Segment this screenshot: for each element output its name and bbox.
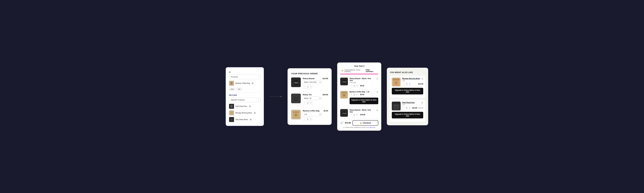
cart-title-text: Your Cart (354, 65, 363, 67)
cart-qty-decrease-3[interactable]: − (351, 114, 352, 116)
also-trash-2[interactable]: 🗑 (421, 102, 423, 104)
arrow-head (281, 96, 282, 97)
chevron-down-icon-3: ▾ (320, 81, 320, 83)
also-like-panel: YOU MIGHT ALSO LIKE Monday Morning Brew … (387, 68, 428, 125)
svg-rect-14 (231, 119, 232, 119)
specific-products-dropdown[interactable]: Specific Products ▾ (229, 98, 260, 102)
progress-bar-fill (340, 74, 378, 74)
trash-icon-2[interactable]: 🗑 (376, 91, 378, 93)
also-dark-header: Dark Roast Duo 🗑 (402, 102, 423, 104)
also-dark-qty: − 1 + (402, 106, 411, 110)
shop-pay-link[interactable]: Shop Pay (369, 127, 375, 128)
svg-rect-21 (293, 111, 299, 113)
cart-qty-increase-1[interactable]: + (356, 85, 358, 87)
also-qty-value-1: 1 (406, 83, 408, 85)
info-icon[interactable]: ℹ (252, 82, 254, 84)
trash-icon-1[interactable]: 🗑 (376, 78, 378, 80)
tee-variant-select[interactable]: Black / XL ▾ (303, 96, 322, 100)
svg-point-30 (344, 95, 344, 96)
tee-name-price-row: Rebuy Tee $29.99 (303, 94, 328, 96)
coffee-qty-decrease[interactable]: − (304, 118, 305, 120)
cart-coffee-info: Mystery Coffee Bag - 1 lb 🗑 − 1 + $5.00 … (350, 91, 378, 106)
also-item-dark: Dark Roast Duo 🗑 1 lb − 1 + $15.00 $20.0… (390, 100, 425, 122)
cart-qty-decrease-1[interactable]: − (351, 85, 352, 87)
also-dark-img (392, 102, 400, 110)
cart-title: Your Cart 3 (340, 65, 378, 67)
beanie-qty-increase[interactable]: + (310, 86, 312, 88)
info-icon-2[interactable]: ℹ (249, 105, 251, 107)
coffee-variant-select[interactable]: 1 lb ▾ (303, 113, 322, 116)
coffee-name: Mystery Coffee Bag (303, 110, 320, 112)
tee-qty-value: 1 (307, 102, 309, 104)
tee-qty-decrease[interactable]: − (304, 102, 305, 104)
order-item-coffee: Mystery Coffee Bag $5.00 1 lb ▾ − 1 + (291, 110, 328, 121)
trash-icon-3[interactable]: 🗑 (376, 109, 378, 111)
party-icon: 🎉 (342, 70, 344, 72)
cart-coffee-qty: − 1 + (350, 93, 359, 96)
svg-rect-28 (341, 92, 347, 93)
cart-beanie-name-2: Rebuy Beanie - Black / OneSize (350, 109, 371, 113)
beanie-variant-select[interactable]: Black / One Size ▾ (303, 80, 322, 84)
chevron-down-icon-4: ▾ (320, 97, 320, 99)
stay-sharp-item: Stay Sharp Brew ℹ (229, 117, 260, 122)
also-qty-decrease-1[interactable]: − (404, 83, 404, 85)
dark-roast-item: Dark Roast Duo ℹ (229, 104, 260, 109)
also-brew-qty-row: − 1 + $10.00 (402, 82, 423, 86)
also-trash-1[interactable]: 🗑 (421, 78, 423, 80)
svg-rect-15 (231, 119, 232, 120)
svg-rect-39 (394, 106, 397, 106)
also-qty-value-2: 1 (406, 107, 408, 109)
lock-icon: 🔒 (360, 122, 362, 124)
beanie-qty-decrease[interactable]: − (304, 86, 305, 88)
info-icon-4[interactable]: ℹ (250, 118, 252, 120)
monday-brew-thumb (229, 110, 234, 116)
order-item-beanie: Rebuy Beanie $19.99 Black / One Size ▾ −… (291, 78, 328, 91)
beanie-qty-control: − 1 + (303, 85, 313, 88)
tee-name: Rebuy Tee (303, 94, 312, 96)
also-brew-img (392, 78, 400, 86)
tee-qty-control: − 1 + (303, 101, 313, 105)
products-dropdown[interactable]: Products ▾ (229, 74, 260, 79)
brew-upgrade-btn[interactable]: Upgrade to Subscription & Save 20% (392, 88, 423, 94)
beanie-name-price-row: Rebuy Beanie $19.99 (303, 78, 328, 80)
tee-qty-increase[interactable]: + (310, 102, 312, 104)
dark-upgrade-btn[interactable]: Upgrade to Subscription & Save 20% (392, 112, 423, 118)
dashed-line (270, 96, 281, 97)
svg-rect-7 (231, 106, 232, 106)
stay-sharp-thumb (229, 117, 234, 122)
cart-beanie-price-2: $19.99 (360, 114, 365, 116)
or-button[interactable]: OR (236, 88, 242, 91)
and-button[interactable]: AND (229, 88, 235, 91)
also-dark-qty-row: − 1 + $15.00 $20.00 (402, 106, 423, 110)
cart-qty-value-3: 1 (353, 114, 355, 116)
cart-qty-decrease-2[interactable]: − (351, 94, 352, 96)
also-dark-info: Dark Roast Duo 🗑 1 lb − 1 + $15.00 $20.0… (402, 102, 423, 110)
beanie-details: Rebuy Beanie $19.99 Black / One Size ▾ −… (303, 78, 328, 88)
shop-pay-text: or 4 interest-free installments of $18.7… (340, 127, 378, 128)
checkout-button[interactable]: 🔒 Checkout (352, 120, 378, 126)
coffee-name-price-row: Mystery Coffee Bag $5.00 (303, 110, 328, 113)
coffee-qty-increase[interactable]: + (310, 118, 312, 120)
cart-beanie-info-2: Rebuy Beanie - Black / OneSize 🗑 − 1 + $… (350, 109, 378, 116)
cart-qty-value-1: 1 (353, 85, 355, 87)
also-qty-increase-1[interactable]: + (409, 83, 410, 85)
svg-rect-10 (231, 112, 232, 112)
coffee-details: Mystery Coffee Bag $5.00 1 lb ▾ − 1 + (303, 110, 328, 121)
cart-item-beanie-2: Rebuy Beanie - Black / OneSize 🗑 − 1 + $… (340, 108, 378, 118)
chevron-down-icon-2: ▾ (258, 99, 259, 101)
svg-rect-9 (230, 112, 233, 112)
cart-item-coffee: Mystery Coffee Bag - 1 lb 🗑 − 1 + $5.00 … (340, 89, 378, 108)
mystery-coffee-thumb (229, 81, 234, 86)
also-brew-name[interactable]: Monday Morning Brew (402, 78, 420, 80)
cart-qty-increase-3[interactable]: + (356, 114, 358, 116)
also-dark-name[interactable]: Dark Roast Duo (402, 102, 415, 104)
tee-image (291, 94, 301, 103)
dashed-arrow (270, 96, 282, 97)
and-or-row: AND OR (229, 88, 260, 91)
also-brew-price: $10.00 (418, 83, 423, 85)
also-qty-increase-2[interactable]: + (409, 107, 410, 109)
coffee-upgrade-btn[interactable]: Upgrade to Subscription & Save 20% (350, 98, 378, 104)
info-icon-3[interactable]: ℹ (254, 112, 256, 114)
also-qty-decrease-2[interactable]: − (404, 107, 404, 109)
cart-qty-increase-2[interactable]: + (356, 94, 358, 96)
